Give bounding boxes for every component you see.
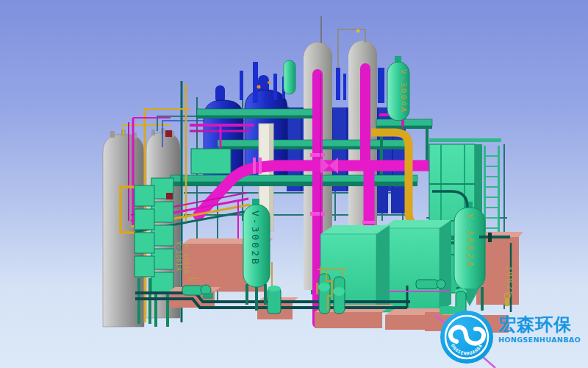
3d-plant-render: V-3004A V-3002B V-3002A -3002A V-3001A V… [0,0,588,368]
small-green-column [284,60,295,94]
pump-4 [416,280,445,289]
company-name-cn: 宏森环保 [498,315,587,334]
logo-h-icon [451,327,484,343]
valve-handwheel [165,130,172,137]
equipment-label-v3004a: V-3004A [398,69,408,113]
company-name-en: HONGSENHUANBAO [498,336,587,344]
equipment-label-v3002b: V-3002B [250,210,261,266]
main-deck [171,175,417,186]
equipment-label-v3001b: V-3001B [182,244,189,275]
equipment-label-v3001a: V-3001A [175,241,182,272]
equipment-tag-3002a: -3002A [505,259,514,297]
valve-stem-body [505,299,509,306]
plant-model-canvas: V-3004A V-3002B V-3002A -3002A V-3001A V… [0,0,588,368]
company-name-block: 宏森环保 HONGSENHUANBAO [498,315,587,344]
equipment-label-v3002a: V-3002A [465,213,476,269]
company-logo-badge: HONGSENHUANBAO [440,311,493,364]
valve-handwheel [166,193,173,199]
